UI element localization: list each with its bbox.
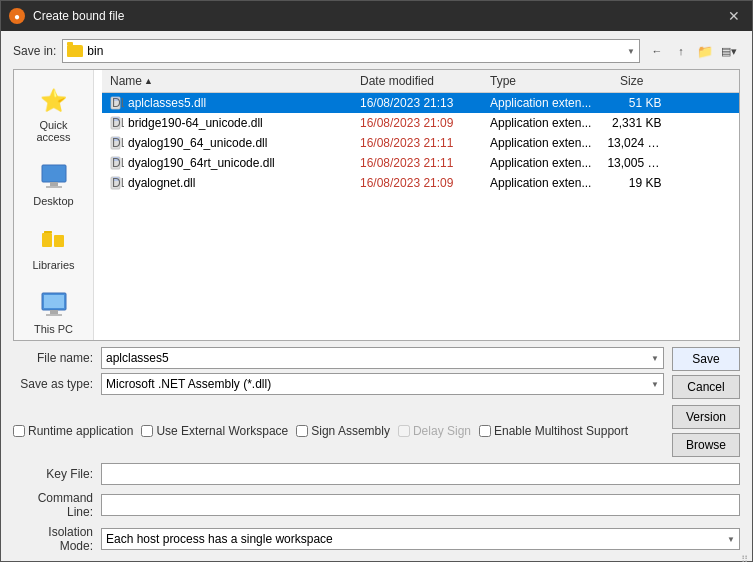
file-size: 13,005 KB	[599, 154, 669, 172]
checkboxes-section: Runtime application Use External Workspa…	[13, 405, 740, 457]
library-icon	[38, 225, 70, 257]
save-as-type-value: Microsoft .NET Assembly (*.dll)	[106, 377, 271, 391]
file-name-value: aplclasses5	[106, 351, 169, 365]
file-size: 2,331 KB	[599, 114, 669, 132]
svg-text:DLL: DLL	[112, 116, 124, 130]
command-line-input[interactable]	[101, 494, 740, 516]
key-file-row: Key File:	[13, 463, 740, 485]
resize-handle-icon: ⠿	[741, 554, 748, 562]
sign-assembly-checkbox[interactable]: Sign Assembly	[296, 424, 390, 438]
dialog-body: Save in: bin ▼ ← ↑ 📁 ▤▾ ⭐ Quick	[1, 31, 752, 561]
isolation-mode-combo[interactable]: Each host process has a single workspace…	[101, 528, 740, 550]
delay-sign-checkbox[interactable]: Delay Sign	[398, 424, 471, 438]
external-workspace-input[interactable]	[141, 425, 153, 437]
file-name: dyalog190_64_unicode.dll	[128, 136, 267, 150]
sidebar-item-this-pc[interactable]: This PC	[18, 282, 90, 341]
app-icon: ●	[9, 8, 25, 24]
column-header-size[interactable]: Size	[612, 72, 682, 90]
column-header-type[interactable]: Type	[482, 72, 612, 90]
cancel-button[interactable]: Cancel	[672, 375, 740, 399]
file-type: Application exten...	[482, 114, 599, 132]
external-workspace-label: Use External Workspace	[156, 424, 288, 438]
external-workspace-checkbox[interactable]: Use External Workspace	[141, 424, 288, 438]
column-header-name[interactable]: Name ▲	[102, 72, 352, 90]
combo-arrow-icon: ▼	[627, 47, 635, 56]
star-icon: ⭐	[38, 85, 70, 117]
sidebar-label-quick-access: Quick access	[23, 119, 85, 143]
isolation-mode-label: Isolation Mode:	[13, 525, 93, 553]
isolation-mode-arrow: ▼	[727, 535, 735, 544]
svg-rect-5	[44, 231, 52, 233]
new-folder-button[interactable]: 📁	[694, 40, 716, 62]
enable-multihost-label: Enable Multihost Support	[494, 424, 628, 438]
save-as-type-arrow: ▼	[651, 380, 659, 389]
svg-rect-4	[54, 235, 64, 247]
runtime-app-checkbox[interactable]: Runtime application	[13, 424, 133, 438]
save-as-type-row: Save as type: Microsoft .NET Assembly (*…	[13, 373, 664, 395]
table-row[interactable]: DLL bridge190-64_unicode.dll 16/08/2023 …	[102, 113, 739, 133]
file-list: DLL aplclasses5.dll 16/08/2023 21:13 App…	[102, 93, 739, 340]
command-line-label: Command Line:	[13, 491, 93, 519]
file-size: 13,024 KB	[599, 134, 669, 152]
sidebar-item-desktop[interactable]: Desktop	[18, 154, 90, 214]
toolbar-buttons: ← ↑ 📁 ▤▾	[646, 40, 740, 62]
sign-assembly-input[interactable]	[296, 425, 308, 437]
sidebar-item-libraries[interactable]: Libraries	[18, 218, 90, 278]
views-button[interactable]: ▤▾	[718, 40, 740, 62]
file-size: 51 KB	[599, 94, 669, 112]
bottom-form-fields: File name: aplclasses5 ▼ Save as type: M…	[13, 347, 664, 399]
svg-rect-9	[44, 295, 64, 308]
table-row[interactable]: DLL aplclasses5.dll 16/08/2023 21:13 App…	[102, 93, 739, 113]
file-name: dyalognet.dll	[128, 176, 195, 190]
isolation-mode-row: Isolation Mode: Each host process has a …	[13, 525, 740, 553]
runtime-app-label: Runtime application	[28, 424, 133, 438]
key-file-input[interactable]	[101, 463, 740, 485]
file-type: Application exten...	[482, 94, 599, 112]
svg-rect-3	[42, 233, 52, 247]
save-in-row: Save in: bin ▼ ← ↑ 📁 ▤▾	[13, 39, 740, 63]
file-name: dyalog190_64rt_unicode.dll	[128, 156, 275, 170]
delay-sign-input[interactable]	[398, 425, 410, 437]
folder-icon	[67, 45, 83, 57]
table-row[interactable]: DLL dyalog190_64_unicode.dll 16/08/2023 …	[102, 133, 739, 153]
save-in-combo[interactable]: bin ▼	[62, 39, 640, 63]
back-button[interactable]: ←	[646, 40, 668, 62]
svg-text:DLL: DLL	[112, 136, 124, 150]
dialog-title: Create bound file	[33, 9, 724, 23]
save-button[interactable]: Save	[672, 347, 740, 371]
table-row[interactable]: DLL dyalognet.dll 16/08/2023 21:09 Appli…	[102, 173, 739, 193]
table-row[interactable]: DLL dyalog190_64rt_unicode.dll 16/08/202…	[102, 153, 739, 173]
save-as-type-combo[interactable]: Microsoft .NET Assembly (*.dll) ▼	[101, 373, 664, 395]
pc-icon	[38, 289, 70, 321]
file-date: 16/08/2023 21:11	[352, 154, 482, 172]
file-name-combo-arrow: ▼	[651, 354, 659, 363]
save-as-type-label: Save as type:	[13, 377, 93, 391]
up-button[interactable]: ↑	[670, 40, 692, 62]
runtime-app-input[interactable]	[13, 425, 25, 437]
command-line-row: Command Line:	[13, 491, 740, 519]
browse-button[interactable]: Browse	[672, 433, 740, 457]
version-button[interactable]: Version	[672, 405, 740, 429]
file-date: 16/08/2023 21:09	[352, 174, 482, 192]
key-file-label: Key File:	[13, 467, 93, 481]
svg-rect-2	[46, 186, 62, 188]
svg-rect-0	[42, 165, 66, 182]
monitor-icon	[38, 161, 70, 193]
svg-text:DLL: DLL	[112, 176, 124, 190]
file-name: aplclasses5.dll	[128, 96, 206, 110]
file-size: 19 KB	[599, 174, 669, 192]
file-list-header: Name ▲ Date modified Type Size	[102, 70, 739, 93]
enable-multihost-checkbox[interactable]: Enable Multihost Support	[479, 424, 628, 438]
sidebar-item-quick-access[interactable]: ⭐ Quick access	[18, 78, 90, 150]
file-name-row: File name: aplclasses5 ▼	[13, 347, 664, 369]
file-date: 16/08/2023 21:13	[352, 94, 482, 112]
svg-rect-8	[46, 314, 62, 316]
svg-text:DLL: DLL	[112, 96, 124, 110]
sign-assembly-label: Sign Assembly	[311, 424, 390, 438]
close-button[interactable]: ✕	[724, 6, 744, 26]
column-header-date[interactable]: Date modified	[352, 72, 482, 90]
file-date: 16/08/2023 21:11	[352, 134, 482, 152]
enable-multihost-input[interactable]	[479, 425, 491, 437]
file-name-combo[interactable]: aplclasses5 ▼	[101, 347, 664, 369]
title-bar: ● Create bound file ✕	[1, 1, 752, 31]
